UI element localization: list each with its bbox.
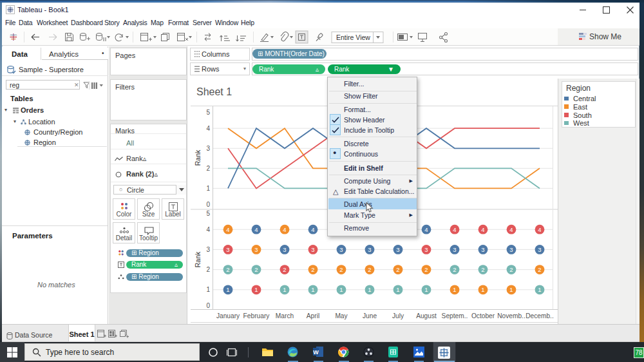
- svg-text:Decemb..: Decemb..: [526, 312, 554, 319]
- svg-text:Rank: Rank: [194, 251, 202, 267]
- svg-text:2: 2: [396, 266, 399, 273]
- svg-text:Entire View: Entire View: [336, 33, 370, 41]
- svg-text:2: 2: [481, 266, 484, 273]
- svg-text:4: 4: [538, 226, 541, 233]
- svg-text:3: 3: [509, 246, 513, 253]
- svg-text:2: 2: [206, 165, 210, 172]
- svg-text:January: January: [216, 312, 240, 319]
- svg-text:3: 3: [339, 246, 343, 253]
- svg-text:2: 2: [254, 266, 258, 273]
- svg-text:4: 4: [283, 226, 286, 233]
- svg-text:3: 3: [481, 246, 484, 253]
- svg-text:3: 3: [254, 246, 258, 253]
- svg-text:3: 3: [396, 246, 399, 253]
- svg-text:2: 2: [453, 266, 456, 273]
- svg-text:Septem..: Septem..: [442, 312, 468, 319]
- svg-text:2: 2: [311, 266, 314, 273]
- svg-text:1: 1: [339, 286, 343, 293]
- svg-text:March: March: [276, 312, 294, 319]
- svg-text:2: 2: [283, 266, 286, 273]
- svg-text:4: 4: [424, 226, 428, 233]
- svg-text:2: 2: [424, 266, 428, 273]
- svg-text:2: 2: [509, 266, 513, 273]
- svg-text:2: 2: [206, 266, 210, 273]
- svg-text:May: May: [335, 312, 348, 319]
- svg-text:4: 4: [481, 226, 484, 233]
- svg-text:1: 1: [509, 286, 513, 293]
- svg-text:1: 1: [453, 286, 456, 293]
- svg-text:1: 1: [254, 286, 258, 293]
- svg-text:4: 4: [226, 226, 229, 233]
- svg-text:1: 1: [481, 286, 484, 293]
- svg-text:July: July: [392, 312, 404, 319]
- svg-text:1: 1: [311, 286, 314, 293]
- svg-text:3: 3: [311, 246, 314, 253]
- svg-text:W: W: [313, 349, 319, 356]
- svg-text:June: June: [363, 312, 377, 319]
- svg-text:3: 3: [226, 246, 229, 253]
- svg-text:3: 3: [368, 246, 371, 253]
- svg-text:April: April: [307, 312, 319, 319]
- svg-text:1: 1: [226, 286, 229, 293]
- svg-text:1: 1: [538, 286, 541, 293]
- svg-text:4: 4: [311, 226, 314, 233]
- svg-text:5: 5: [206, 109, 210, 116]
- svg-text:1: 1: [396, 286, 399, 293]
- svg-text:Novemb..: Novemb..: [497, 312, 526, 319]
- svg-text:3: 3: [283, 246, 286, 253]
- svg-text:October: October: [471, 312, 495, 319]
- svg-text:3: 3: [538, 246, 541, 253]
- svg-text:3: 3: [206, 246, 210, 253]
- svg-text:2: 2: [538, 266, 541, 273]
- svg-text:4: 4: [206, 226, 210, 233]
- svg-text:3: 3: [424, 246, 428, 253]
- svg-text:3: 3: [453, 246, 456, 253]
- svg-text:3: 3: [206, 145, 210, 152]
- svg-text:February: February: [243, 312, 270, 319]
- svg-text:1: 1: [424, 286, 428, 293]
- svg-text:4: 4: [453, 226, 456, 233]
- svg-text:1: 1: [368, 286, 371, 293]
- svg-text:4: 4: [254, 226, 258, 233]
- svg-text:2: 2: [339, 266, 343, 273]
- svg-text:2: 2: [226, 266, 229, 273]
- svg-text:0: 0: [206, 302, 210, 309]
- svg-text:1: 1: [206, 286, 210, 293]
- svg-text:2: 2: [368, 266, 371, 273]
- svg-text:1: 1: [206, 185, 210, 192]
- svg-text:4: 4: [206, 125, 210, 132]
- svg-text:1: 1: [283, 286, 286, 293]
- svg-text:5: 5: [206, 210, 210, 217]
- svg-text:August: August: [416, 312, 437, 319]
- svg-text:Rank: Rank: [194, 149, 202, 166]
- svg-text:0: 0: [206, 201, 210, 208]
- svg-text:4: 4: [509, 226, 513, 233]
